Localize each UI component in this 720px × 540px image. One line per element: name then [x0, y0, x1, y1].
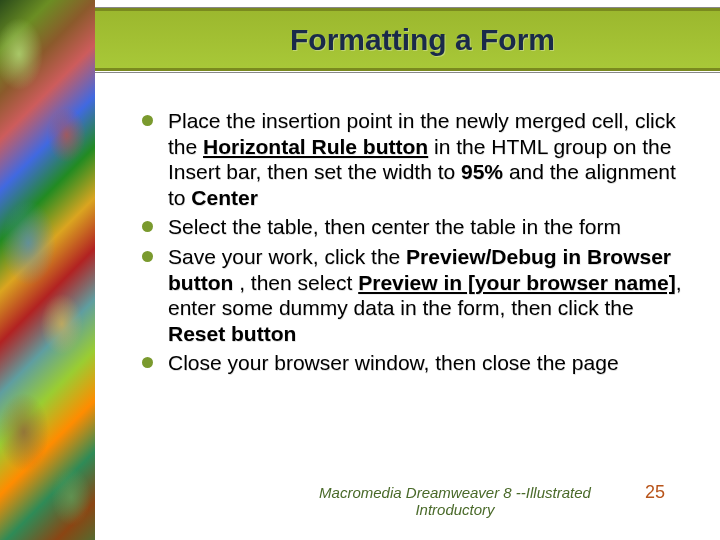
- bullet-list: Place the insertion point in the newly m…: [140, 108, 690, 376]
- text-segment: Close your browser window, then close th…: [168, 351, 619, 374]
- text-segment: Preview in [your browser name]: [358, 271, 675, 294]
- bullet-item: Place the insertion point in the newly m…: [140, 108, 690, 210]
- text-segment: Center: [191, 186, 258, 209]
- text-segment: 95%: [461, 160, 503, 183]
- slide-title: Formatting a Form: [260, 23, 555, 57]
- bullet-item: Save your work, click the Preview/Debug …: [140, 244, 690, 346]
- text-segment: Save your work, click the: [168, 245, 406, 268]
- footer: Macromedia Dreamweaver 8 --Illustrated I…: [190, 482, 720, 518]
- decorative-sidebar-image: [0, 0, 95, 540]
- page-number: 25: [620, 482, 720, 503]
- text-segment: , then select: [233, 271, 358, 294]
- text-segment: Reset button: [168, 322, 296, 345]
- title-band: Formatting a Form: [95, 0, 720, 80]
- content-area: Formatting a Form Place the insertion po…: [95, 0, 720, 540]
- slide: Formatting a Form Place the insertion po…: [0, 0, 720, 540]
- text-segment: Horizontal Rule button: [203, 135, 428, 158]
- bullet-item: Select the table, then center the table …: [140, 214, 690, 240]
- footer-text: Macromedia Dreamweaver 8 --Illustrated I…: [190, 484, 620, 518]
- body-area: Place the insertion point in the newly m…: [95, 80, 720, 376]
- text-segment: Select the table, then center the table …: [168, 215, 621, 238]
- bullet-item: Close your browser window, then close th…: [140, 350, 690, 376]
